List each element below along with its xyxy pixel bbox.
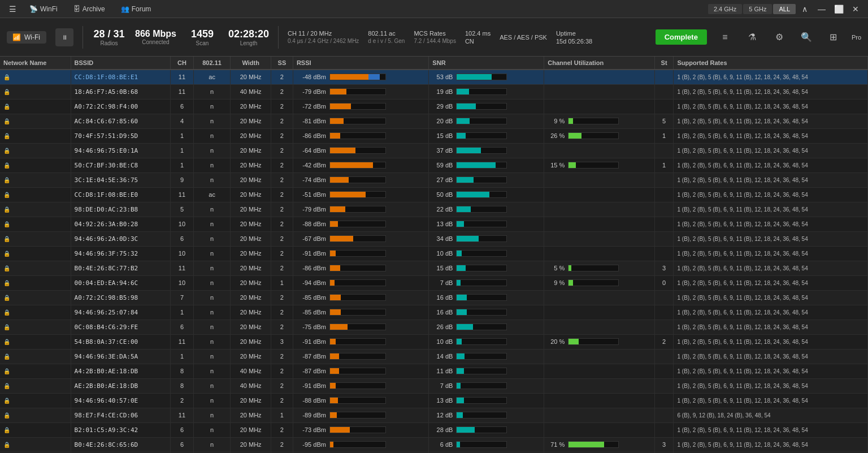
cell-snr: 59 dB [429,158,544,172]
table-row[interactable]: 🔒94:46:96:40:57:0E2n20 MHz2 -88 dBm 13 d… [0,393,868,408]
lock-icon: 🔒 [3,368,10,374]
table-row[interactable]: 🔒CC:D8:1F:08:BE:E011ac20 MHz2 -51 dBm 50… [0,187,868,202]
cell-snr: 50 dB [429,187,544,202]
nav-tab-forum[interactable]: 👥 Forum [114,3,158,15]
table-row[interactable]: 🔒AC:84:C6:67:85:604n20 MHz2 -81 dBm 20 d… [0,114,868,128]
cell-width: 20 MHz [231,99,271,114]
expand-btn[interactable]: ∧ [797,1,813,17]
freq-btn-5ghz[interactable]: 5 GHz [743,4,772,14]
col-802[interactable]: 802.11 [193,57,231,70]
cell-std: n [193,349,231,364]
cell-ss: 2 [271,128,293,143]
col-bssid[interactable]: BSSID [71,57,171,70]
table-row[interactable]: 🔒18:A6:F7:A5:0B:6811n40 MHz2 -79 dBm 19 … [0,84,868,99]
col-network-name[interactable]: Network Name [0,57,71,70]
table-row[interactable]: 🔒50:C7:BF:30:BE:C81n20 MHz2 -42 dBm 59 d… [0,158,868,172]
cell-bssid: 94:46:96:40:57:0E [71,393,171,408]
nav-tab-archive[interactable]: 🗄 Archive [67,3,112,15]
table-row[interactable]: 🔒A4:2B:B0:AE:18:DB8n40 MHz2 -87 dBm 11 d… [0,364,868,378]
search-icon[interactable]: 🔍 [797,28,815,46]
cell-rates: 1 (B), 2 (B), 5 (B), 6, 9, 11 (B), 12, 1… [674,349,868,364]
cell-width: 20 MHz [231,128,271,143]
lock-icon: 🔒 [3,221,10,227]
snr-bar [456,441,507,448]
restore-btn[interactable]: ⬜ [831,1,847,17]
cell-network-name: 🔒 [0,320,71,334]
table-row[interactable]: 🔒98:E7:F4:CE:CD:0611n20 MHz1 -89 dBm 12 … [0,408,868,422]
table-row[interactable]: 🔒A0:72:2C:98:F4:006n20 MHz2 -72 dBm 29 d… [0,99,868,114]
cell-width: 20 MHz [231,202,271,217]
lock-icon: 🔒 [3,251,10,257]
wifi-button[interactable]: 📶 Wi-Fi [7,31,46,44]
filter-icon[interactable]: ⚗ [743,28,761,46]
table-row[interactable]: 🔒94:46:96:25:07:841n20 MHz2 -85 dBm 16 d… [0,305,868,320]
cell-std: n [193,99,231,114]
table-row[interactable]: 🔒B2:01:C5:A9:3C:426n20 MHz2 -73 dBm 28 d… [0,422,868,437]
cell-snr: 15 dB [429,261,544,275]
grid-icon[interactable]: ⊞ [824,28,843,46]
cell-rates: 1 (B), 2 (B), 5 (B), 6, 9, 11 (B), 12, 1… [674,114,868,128]
table-row[interactable]: 🔒98:DE:D0:AC:23:B85n20 MHz2 -79 dBm 22 d… [0,202,868,217]
table-row[interactable]: 🔒94:46:96:3E:DA:5A1n20 MHz2 -87 dBm 14 d… [0,349,868,364]
cell-st [654,202,674,217]
menu-icon[interactable]: ☰ [5,1,20,17]
col-width[interactable]: Width [231,57,271,70]
wifi-icon: 📡 [29,5,38,13]
util-bar [568,441,619,448]
table-row[interactable]: 🔒B0:4E:26:8C:65:6D6n20 MHz2 -95 dBm 6 dB… [0,437,868,452]
table-row[interactable]: 🔒94:46:96:3F:75:3210n20 MHz2 -91 dBm 10 … [0,246,868,261]
cell-std: n [193,114,231,128]
col-ch[interactable]: CH [171,57,194,70]
table-row[interactable]: 🔒3C:1E:04:5E:36:759n20 MHz2 -74 dBm 27 d… [0,172,868,187]
cell-util: 26 % [544,128,654,143]
cell-network-name: 🔒 [0,84,71,99]
complete-button[interactable]: Complete [656,29,707,45]
col-rssi[interactable]: RSSI [293,57,428,70]
col-rates[interactable]: Supported Rates [674,57,868,70]
freq-btn-24ghz[interactable]: 2.4 GHz [708,4,742,14]
cell-ch: 10 [171,217,194,231]
table-row[interactable]: 🔒A0:72:2C:98:B5:987n20 MHz2 -85 dBm 16 d… [0,290,868,305]
table-row[interactable]: 🔒B0:4E:26:8C:77:B211n20 MHz2 -86 dBm 15 … [0,261,868,275]
table-row[interactable]: 🔒AE:2B:B0:AE:18:DB8n40 MHz2 -91 dBm 7 dB… [0,378,868,393]
nav-tab-winfi[interactable]: 📡 WinFi [23,3,64,15]
cell-rates: 1 (B), 2 (B), 5 (B), 6, 9, 11 (B), 12, 1… [674,334,868,349]
cell-bssid: 18:A6:F7:A5:0B:68 [71,84,171,99]
cell-width: 20 MHz [231,408,271,422]
table-row[interactable]: 🔒54:B8:0A:37:CE:0011n20 MHz3 -91 dBm 10 … [0,334,868,349]
cell-network-name: 🔒 [0,114,71,128]
cell-std: n [193,128,231,143]
cell-rates: 1 (B), 2 (B), 5 (B), 6, 9, 11 (B), 12, 1… [674,364,868,378]
snr-bar [456,221,507,227]
col-st[interactable]: St [654,57,674,70]
snr-bar [456,74,507,80]
pause-button[interactable]: ⏸ [55,28,73,46]
table-row[interactable]: 🔒70:4F:57:51:D9:5D1n20 MHz2 -86 dBm 15 d… [0,128,868,143]
cell-bssid: 3C:1E:04:5E:36:75 [71,172,171,187]
col-util[interactable]: Channel Utilization [544,57,654,70]
cell-std: n [193,246,231,261]
list-icon[interactable]: ≡ [716,28,734,46]
col-snr[interactable]: SNR [429,57,544,70]
col-ss[interactable]: SS [271,57,293,70]
cell-ch: 6 [171,437,194,452]
uptime-info: Uptime 15d 05:26:38 [556,30,592,45]
settings-icon[interactable]: ⚙ [770,28,788,46]
cell-util [544,143,654,158]
cell-util [544,408,654,422]
table-row[interactable]: 🔒0C:08:B4:C6:29:FE6n20 MHz2 -75 dBm 26 d… [0,320,868,334]
table-row[interactable]: 🔒94:46:96:2A:0D:3C6n20 MHz2 -67 dBm 34 d… [0,231,868,246]
close-btn[interactable]: ✕ [848,1,863,17]
cell-util [544,378,654,393]
table-row[interactable]: 🔒94:46:96:75:E0:1A1n20 MHz2 -64 dBm 37 d… [0,143,868,158]
freq-btn-all[interactable]: ALL [773,4,796,14]
table-row[interactable]: 🔒00:04:ED:EA:94:6C10n20 MHz1 -94 dBm 7 d… [0,275,868,290]
table-row[interactable]: 🔒CC:D8:1F:08:BE:E111ac20 MHz2 -48 dBm 53… [0,70,868,84]
lock-icon: 🔒 [3,236,10,242]
lock-icon: 🔒 [3,265,10,271]
table-row[interactable]: 🔒04:92:26:3A:B0:2810n20 MHz2 -88 dBm 13 … [0,217,868,231]
cell-network-name: 🔒 [0,202,71,217]
lock-icon: 🔒 [3,133,10,139]
cell-width: 20 MHz [231,217,271,231]
minimize-btn[interactable]: — [814,1,830,17]
